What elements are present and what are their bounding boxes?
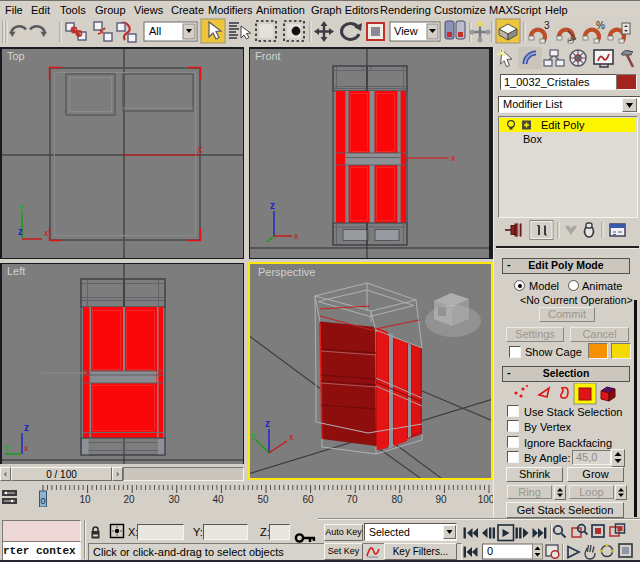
svg-text:10: 10	[79, 494, 91, 505]
svg-text:x: x	[289, 432, 294, 442]
svg-text:%: %	[596, 20, 605, 31]
svg-text:60: 60	[302, 494, 314, 505]
svg-text:40: 40	[212, 494, 224, 505]
svg-text:50: 50	[257, 494, 269, 505]
svg-text:x: x	[44, 228, 49, 238]
svg-text:30: 30	[168, 494, 180, 505]
svg-text:Perspective: Perspective	[258, 266, 315, 278]
svg-text:x: x	[294, 231, 299, 241]
svg-text:x: x	[24, 443, 29, 453]
svg-text:70: 70	[346, 494, 358, 505]
svg-text:View: View	[394, 25, 418, 37]
svg-text:3: 3	[544, 20, 550, 31]
svg-text:z: z	[265, 418, 270, 429]
svg-text:y: y	[5, 442, 10, 452]
svg-text:All: All	[149, 25, 161, 37]
svg-text:z: z	[270, 200, 275, 211]
svg-text:20: 20	[123, 494, 135, 505]
svg-text:y: y	[251, 430, 256, 440]
svg-text:X: X	[197, 145, 203, 155]
svg-text:Top: Top	[7, 50, 25, 62]
svg-text:0: 0	[487, 545, 493, 557]
svg-text:z: z	[24, 422, 29, 433]
svg-text:Left: Left	[7, 265, 25, 277]
svg-text:0: 0	[40, 496, 45, 506]
svg-text:z: z	[115, 146, 119, 155]
svg-text:Front: Front	[255, 50, 281, 62]
svg-text:z: z	[18, 226, 23, 237]
svg-text:x: x	[451, 153, 456, 163]
svg-text:y: y	[42, 362, 47, 372]
svg-text:y: y	[19, 202, 24, 212]
svg-text:90: 90	[435, 494, 447, 505]
svg-text:80: 80	[391, 494, 403, 505]
